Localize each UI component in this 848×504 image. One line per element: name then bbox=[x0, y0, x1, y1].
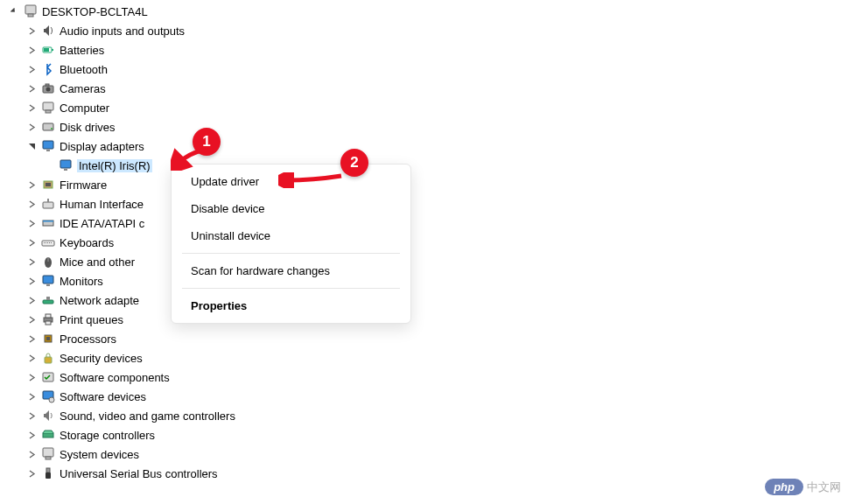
svg-rect-7 bbox=[46, 84, 49, 86]
category-icon bbox=[40, 215, 56, 231]
menu-item-uninstall-device[interactable]: Uninstall device bbox=[172, 222, 410, 249]
tree-item[interactable]: Batteries bbox=[26, 40, 848, 60]
svg-rect-3 bbox=[52, 49, 53, 51]
svg-rect-18 bbox=[43, 202, 53, 208]
svg-rect-23 bbox=[44, 242, 45, 243]
tree-item-label: Display adapters bbox=[60, 140, 144, 153]
tree-root-label: DESKTOP-BCLTA4L bbox=[42, 5, 148, 18]
category-icon bbox=[40, 427, 56, 443]
expand-icon[interactable] bbox=[26, 314, 37, 325]
tree-item-label: IDE ATA/ATAPI c bbox=[60, 217, 144, 230]
tree-item[interactable]: Human Interface bbox=[26, 194, 848, 214]
category-icon bbox=[40, 408, 56, 424]
tree-item[interactable]: Firmware bbox=[26, 175, 848, 194]
collapse-icon[interactable] bbox=[26, 141, 37, 151]
category-icon bbox=[40, 100, 56, 116]
tree-item-label: Human Interface bbox=[60, 198, 144, 211]
tree-item[interactable]: Storage controllers bbox=[26, 425, 848, 444]
tree-item[interactable]: Keyboards bbox=[26, 233, 848, 252]
svg-point-11 bbox=[51, 128, 53, 130]
svg-point-42 bbox=[49, 397, 54, 402]
tree-item[interactable]: Monitors bbox=[26, 271, 848, 290]
expand-icon[interactable] bbox=[26, 102, 37, 113]
expand-icon[interactable] bbox=[26, 25, 37, 36]
expand-icon[interactable] bbox=[26, 64, 37, 74]
category-icon bbox=[40, 42, 56, 58]
category-icon bbox=[40, 119, 56, 135]
tree-item[interactable]: Sound, video and game controllers bbox=[26, 406, 848, 425]
category-icon bbox=[40, 446, 56, 462]
category-icon bbox=[40, 254, 56, 270]
tree-item-label: Universal Serial Bus controllers bbox=[60, 467, 218, 480]
category-icon bbox=[40, 388, 56, 404]
menu-item-scan-for-hardware-changes[interactable]: Scan for hardware changes bbox=[172, 257, 410, 284]
expand-icon[interactable] bbox=[26, 468, 37, 479]
expand-icon[interactable] bbox=[26, 430, 37, 440]
expand-icon[interactable] bbox=[26, 410, 37, 421]
menu-separator bbox=[182, 288, 400, 289]
annotation-badge-1-text: 1 bbox=[202, 133, 210, 150]
expand-icon[interactable] bbox=[26, 372, 37, 382]
category-icon bbox=[40, 138, 56, 154]
tree-root[interactable]: DESKTOP-BCLTA4L bbox=[9, 2, 848, 21]
expand-icon[interactable] bbox=[26, 218, 37, 228]
collapse-icon[interactable] bbox=[9, 6, 19, 17]
svg-rect-25 bbox=[47, 242, 48, 243]
expand-icon[interactable] bbox=[26, 295, 37, 305]
tree-item[interactable]: System devices bbox=[26, 444, 848, 464]
svg-rect-26 bbox=[49, 242, 50, 243]
expand-icon[interactable] bbox=[26, 179, 37, 190]
tree-item[interactable]: Mice and other bbox=[26, 252, 848, 271]
expand-icon[interactable] bbox=[26, 333, 37, 344]
tree-item-label: Print queues bbox=[60, 313, 123, 326]
svg-rect-36 bbox=[46, 321, 51, 325]
tree-item[interactable]: Computer bbox=[26, 98, 848, 117]
tree-item[interactable]: Display adapters bbox=[26, 136, 848, 156]
tree-item-selected[interactable]: Intel(R) Iris(R) bbox=[26, 156, 848, 175]
expand-icon[interactable] bbox=[26, 83, 37, 94]
tree-item[interactable]: Processors bbox=[26, 329, 848, 348]
tree-item[interactable]: Network adapte bbox=[26, 290, 848, 310]
expand-icon[interactable] bbox=[26, 391, 37, 402]
tree-item[interactable]: Software components bbox=[26, 368, 848, 387]
context-menu: Update driverDisable deviceUninstall dev… bbox=[171, 164, 411, 324]
expand-icon[interactable] bbox=[26, 449, 37, 459]
svg-rect-43 bbox=[43, 433, 53, 438]
tree-item[interactable]: Cameras bbox=[26, 79, 848, 98]
tree-item-label: Firmware bbox=[60, 178, 107, 192]
tree-item[interactable]: Bluetooth bbox=[26, 60, 848, 79]
svg-rect-17 bbox=[46, 183, 51, 186]
tree-item[interactable]: IDE ATA/ATAPI c bbox=[26, 214, 848, 233]
tree-item[interactable]: Software devices bbox=[26, 387, 848, 406]
annotation-badge-2-text: 2 bbox=[350, 154, 358, 172]
annotation-badge-2: 2 bbox=[340, 149, 368, 177]
menu-item-update-driver[interactable]: Update driver bbox=[172, 168, 410, 195]
category-icon bbox=[40, 23, 56, 38]
expand-icon[interactable] bbox=[26, 276, 37, 286]
svg-rect-4 bbox=[44, 48, 49, 52]
expand-icon[interactable] bbox=[26, 353, 37, 363]
expand-icon[interactable] bbox=[26, 256, 37, 267]
expand-icon[interactable] bbox=[26, 237, 37, 248]
tree-item[interactable]: Security devices bbox=[26, 348, 848, 368]
menu-item-properties[interactable]: Properties bbox=[172, 292, 410, 319]
tree-item[interactable]: Universal Serial Bus controllers bbox=[26, 464, 848, 483]
menu-separator bbox=[182, 253, 400, 254]
tree-item-label: Mice and other bbox=[60, 256, 135, 269]
expand-icon[interactable] bbox=[26, 45, 37, 55]
menu-item-disable-device[interactable]: Disable device bbox=[172, 195, 410, 222]
tree-item-label: Security devices bbox=[60, 352, 143, 365]
expand-icon[interactable] bbox=[26, 122, 37, 132]
tree-item-label: Sound, video and game controllers bbox=[60, 410, 235, 423]
tree-item[interactable]: Print queues bbox=[26, 310, 848, 329]
category-icon bbox=[40, 196, 56, 212]
tree-item[interactable]: Disk drives bbox=[26, 117, 848, 136]
tree-item-label: Software devices bbox=[60, 390, 146, 403]
expand-icon[interactable] bbox=[26, 199, 37, 209]
category-icon bbox=[40, 80, 56, 96]
tree-item-label: Bluetooth bbox=[60, 63, 108, 76]
svg-rect-8 bbox=[43, 102, 53, 110]
category-icon bbox=[40, 234, 56, 250]
svg-rect-1 bbox=[28, 14, 33, 17]
tree-item[interactable]: Audio inputs and outputs bbox=[26, 21, 848, 40]
